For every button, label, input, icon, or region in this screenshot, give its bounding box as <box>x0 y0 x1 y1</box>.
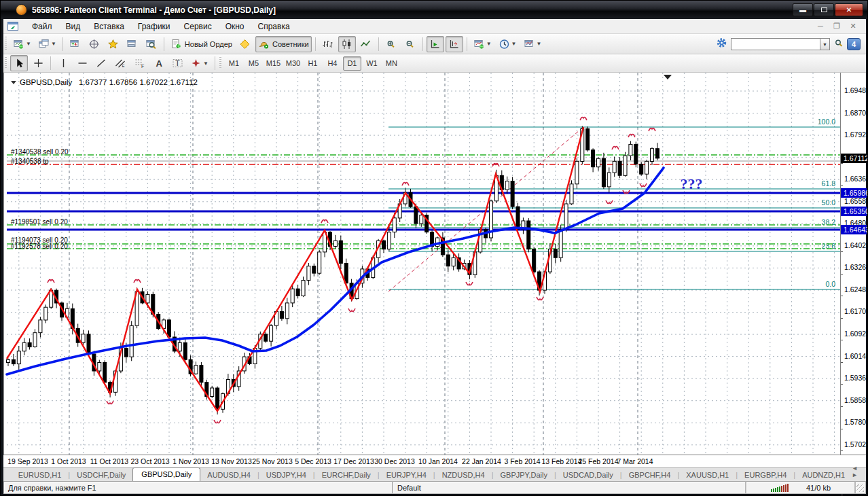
chart-shift-button[interactable] <box>446 36 463 52</box>
zoom-out-button[interactable] <box>401 36 419 52</box>
menu-сервис[interactable]: Сервис <box>177 20 219 33</box>
equidistant-channel-button[interactable]: E <box>111 55 129 71</box>
profiles-button[interactable]: ▼ <box>35 36 59 52</box>
navigator-button[interactable] <box>105 36 122 52</box>
resize-grip[interactable] <box>855 481 866 494</box>
chart-tab-gbpchf-h4[interactable]: GBPCHF,H4 <box>622 470 678 481</box>
mdi-minimize-button[interactable]: ─ <box>814 22 827 31</box>
toolbar-grip[interactable] <box>219 57 221 69</box>
candlestick-chart-button[interactable] <box>338 36 356 52</box>
menu-файл[interactable]: Файл <box>25 20 59 33</box>
metaeditor-button[interactable] <box>236 36 254 52</box>
dropdown-arrow-icon[interactable]: ▼ <box>51 41 56 47</box>
title-bar[interactable]: 565896: Panteon Client Terminal - Демо С… <box>1 1 868 19</box>
new-chart-button[interactable]: ▼ <box>10 36 34 52</box>
timeframe-w1-button[interactable]: W1 <box>363 56 381 71</box>
order-label[interactable]: #1340538 sell 0.20 <box>11 148 69 156</box>
mql5-gear-icon[interactable] <box>716 37 727 51</box>
arrows-tool-button[interactable]: ▼ <box>187 55 211 71</box>
vertical-line-button[interactable] <box>54 55 72 71</box>
search-go-icon[interactable] <box>833 37 844 51</box>
chart-plot-area[interactable]: 100.061.850.038.223.60.0GBPUSD,Daily 1.6… <box>3 73 840 455</box>
dropdown-arrow-icon[interactable]: ▼ <box>511 41 517 47</box>
scroll-to-end-marker[interactable] <box>664 75 672 79</box>
timeframe-m5-button[interactable]: M5 <box>245 56 263 71</box>
new-order-label: Новый Ордер <box>185 40 232 48</box>
strategy-tester-button[interactable] <box>143 36 160 52</box>
chart-tab-audnzd-h1[interactable]: AUDNZD,H1 <box>795 470 852 481</box>
close-button[interactable]: ✕ <box>835 3 863 16</box>
menu-вставка[interactable]: Вставка <box>87 20 131 33</box>
chart-tab-gbpjpy-daily[interactable]: GBPJPY,Daily <box>493 470 554 481</box>
timeframe-h4-button[interactable]: H4 <box>323 56 342 71</box>
chart-tab-usdjpy-h4[interactable]: USDJPY,H4 <box>259 470 313 481</box>
support-resistance-lines[interactable] <box>7 193 841 230</box>
dropdown-arrow-icon[interactable]: ▼ <box>203 60 209 67</box>
menu-окно[interactable]: Окно <box>219 20 251 33</box>
chart-tab-gbpusd-daily[interactable]: GBPUSD,Daily <box>132 467 200 481</box>
terminal-icon <box>126 39 138 50</box>
timeframe-m30-button[interactable]: M30 <box>284 56 302 71</box>
fibonacci-button[interactable]: F <box>130 55 148 71</box>
timeframe-d1-button[interactable]: D1 <box>343 56 361 71</box>
chart-window-icon <box>7 22 18 31</box>
community-notification-badge[interactable]: 4 <box>847 38 861 50</box>
menu-bar: ФайлВидВставкаГрафикиСервисОкноСправка ─… <box>3 19 866 34</box>
chart-tab-nzdusd-h4[interactable]: NZDUSD,H4 <box>435 470 492 481</box>
timeframe-h1-button[interactable]: H1 <box>304 56 322 71</box>
zoom-in-button[interactable] <box>382 36 400 52</box>
horizontal-line-button[interactable] <box>73 55 91 71</box>
auto-scroll-button[interactable] <box>427 36 444 52</box>
price-axis[interactable]: 1.694801.687001.679201.663601.655801.648… <box>840 73 866 455</box>
chart-tab-audusd-h4[interactable]: AUDUSD,H4 <box>200 470 257 481</box>
timeframe-m1-button[interactable]: M1 <box>225 56 243 71</box>
menu-вид[interactable]: Вид <box>59 20 88 33</box>
mdi-restore-button[interactable]: ❐ <box>831 22 843 31</box>
cursor-button[interactable] <box>10 55 28 71</box>
dropdown-arrow-icon[interactable]: ▼ <box>486 41 492 47</box>
maximize-button[interactable] <box>814 3 834 16</box>
indicators-button[interactable]: ▼ <box>471 36 494 52</box>
status-profile[interactable]: Default <box>393 481 746 494</box>
trendline-button[interactable] <box>92 55 110 71</box>
terminal-button[interactable] <box>124 36 141 52</box>
chart-tab-eurgbp-h4[interactable]: EURGBP,H4 <box>738 470 793 481</box>
chart-tab-usdcad-daily[interactable]: USDCAD,Daily <box>556 470 620 481</box>
line-chart-button[interactable] <box>357 36 375 52</box>
menu-графики[interactable]: Графики <box>131 20 177 33</box>
templates-button[interactable]: ▼ <box>521 36 545 52</box>
search-input[interactable] <box>731 38 820 50</box>
text-button[interactable]: A <box>149 55 167 71</box>
date-axis[interactable]: 19 Sep 20131 Oct 201311 Oct 201323 Oct 2… <box>3 455 866 467</box>
dropdown-arrow-icon[interactable]: ▼ <box>26 41 31 47</box>
timeframe-m15-button[interactable]: M15 <box>264 56 283 71</box>
chart-tab-eurjpy-h4[interactable]: EURJPY,H4 <box>380 470 433 481</box>
new-order-button[interactable]: Новый Ордер <box>168 36 235 52</box>
order-label[interactable]: #1192578 sell 0.20 <box>11 243 68 250</box>
chart-tab-eurusd-h1[interactable]: EURUSD,H1 <box>12 470 69 481</box>
text-label-button[interactable]: T <box>168 55 186 71</box>
toolbar-grip[interactable] <box>5 37 7 50</box>
periods-button[interactable]: ▼ <box>496 36 520 52</box>
menu-справка[interactable]: Справка <box>251 20 297 33</box>
chart-tab-xauusd-h1[interactable]: XAUUSD,H1 <box>679 470 736 481</box>
timeframe-mn-button[interactable]: MN <box>382 56 401 71</box>
mdi-close-button[interactable]: ✕ <box>847 22 859 31</box>
order-label[interactable]: #1340538 tp <box>11 158 49 165</box>
toolbar-drawing: EFAT▼ M1M5M15M30H1H4D1W1MN <box>3 54 866 73</box>
tab-scroll-arrows[interactable]: ◄ ► <box>852 465 861 481</box>
minimize-button[interactable]: ▬ <box>793 3 813 16</box>
crosshair-button[interactable] <box>29 55 47 71</box>
bar-chart-button[interactable] <box>319 36 337 52</box>
search-dropdown-button[interactable]: ▼ <box>820 38 830 50</box>
expert-advisors-button[interactable]: Советники <box>255 36 312 52</box>
chart-tab-eurchf-daily[interactable]: EURCHF,Daily <box>315 470 378 481</box>
data-window-button[interactable] <box>86 36 103 52</box>
chart-annotation-text[interactable]: ??? <box>681 175 703 192</box>
dropdown-arrow-icon[interactable]: ▼ <box>537 41 542 47</box>
market-watch-button[interactable] <box>67 36 84 52</box>
order-label[interactable]: #1198501 sell 0.20 <box>11 218 68 226</box>
chart-tab-usdchf-daily[interactable]: USDCHF,Daily <box>70 470 132 481</box>
fibonacci-levels[interactable]: 100.061.850.038.223.60.0 <box>388 118 841 291</box>
toolbar-grip[interactable] <box>5 57 7 69</box>
